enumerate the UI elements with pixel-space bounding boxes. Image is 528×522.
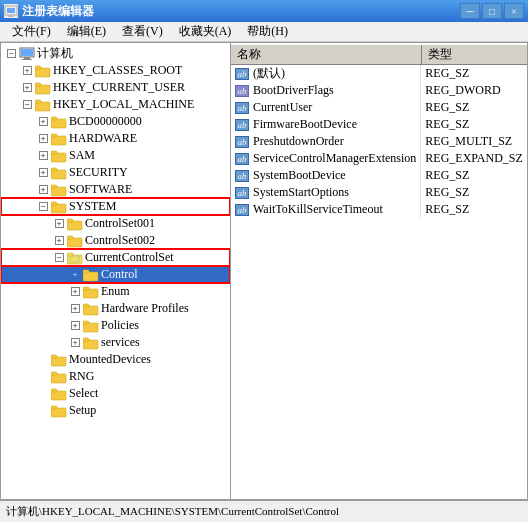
tree-node-security[interactable]: + SECURITY bbox=[1, 164, 230, 181]
value-type-icon: ab bbox=[235, 153, 249, 165]
node-label-select: Select bbox=[69, 385, 98, 402]
table-row[interactable]: ab(默认)REG_SZ bbox=[231, 65, 527, 83]
window-controls: ─ □ × bbox=[460, 3, 524, 19]
expander-services[interactable]: + bbox=[67, 334, 83, 351]
tree-node-services[interactable]: + services bbox=[1, 334, 230, 351]
node-label-control: Control bbox=[101, 266, 138, 283]
tree-node-hkcr[interactable]: + HKEY_CLASSES_ROOT bbox=[1, 62, 230, 79]
svg-rect-25 bbox=[67, 221, 82, 230]
expander-select[interactable] bbox=[35, 385, 51, 402]
value-name: ab(默认) bbox=[231, 65, 421, 82]
node-label-hkcu: HKEY_CURRENT_USER bbox=[53, 79, 185, 96]
tree-node-system[interactable]: − SYSTEM bbox=[1, 198, 230, 215]
node-label-sam: SAM bbox=[69, 147, 95, 164]
expander-setup[interactable] bbox=[35, 402, 51, 419]
svg-rect-16 bbox=[51, 134, 57, 137]
value-type: REG_SZ bbox=[421, 116, 527, 133]
table-row[interactable]: abSystemStartOptionsREG_SZ bbox=[231, 184, 527, 201]
svg-rect-42 bbox=[51, 357, 66, 366]
tree-node-control[interactable]: + Control bbox=[1, 266, 230, 283]
expander-policies[interactable]: + bbox=[67, 317, 83, 334]
folder-icon-enum bbox=[83, 284, 99, 300]
menu-help[interactable]: 帮助(H) bbox=[239, 21, 296, 42]
maximize-button[interactable]: □ bbox=[482, 3, 502, 19]
folder-icon-rng bbox=[51, 369, 67, 385]
value-name: abServiceControlManagerExtension bbox=[231, 150, 421, 167]
tree-node-rng[interactable]: RNG bbox=[1, 368, 230, 385]
node-label-security: SECURITY bbox=[69, 164, 128, 181]
expander-hkcu[interactable]: + bbox=[19, 79, 35, 96]
table-row[interactable]: abServiceControlManagerExtensionREG_EXPA… bbox=[231, 150, 527, 167]
tree-node-hardwareprofiles[interactable]: + Hardware Profiles bbox=[1, 300, 230, 317]
expander-mounteddevices[interactable] bbox=[35, 351, 51, 368]
table-row[interactable]: abCurrentUserREG_SZ bbox=[231, 99, 527, 116]
expander-hardware[interactable]: + bbox=[35, 130, 51, 147]
tree-node-controlset002[interactable]: + ControlSet002 bbox=[1, 232, 230, 249]
expander-currentcontrolset[interactable]: − bbox=[51, 249, 67, 266]
svg-rect-1 bbox=[7, 8, 15, 13]
menu-bar: 文件(F) 编辑(E) 查看(V) 收藏夹(A) 帮助(H) bbox=[0, 22, 528, 42]
expander-security[interactable]: + bbox=[35, 164, 51, 181]
svg-rect-24 bbox=[51, 202, 57, 205]
expander-controlset001[interactable]: + bbox=[51, 215, 67, 232]
expander-hardwareprofiles[interactable]: + bbox=[67, 300, 83, 317]
table-row[interactable]: abWaitToKillServiceTimeoutREG_SZ bbox=[231, 201, 527, 218]
node-label-hardware: HARDWARE bbox=[69, 130, 137, 147]
expander-sam[interactable]: + bbox=[35, 147, 51, 164]
expander-hklm[interactable]: − bbox=[19, 96, 35, 113]
expander-bcd[interactable]: + bbox=[35, 113, 51, 130]
table-row[interactable]: abPreshutdownOrderREG_MULTI_SZ bbox=[231, 133, 527, 150]
close-button[interactable]: × bbox=[504, 3, 524, 19]
tree-node-hkcu[interactable]: + HKEY_CURRENT_USER bbox=[1, 79, 230, 96]
tree-node-bcd[interactable]: + BCD00000000 bbox=[1, 113, 230, 130]
minimize-button[interactable]: ─ bbox=[460, 3, 480, 19]
expander-rng[interactable] bbox=[35, 368, 51, 385]
tree-node-hardware[interactable]: + HARDWARE bbox=[1, 130, 230, 147]
svg-rect-37 bbox=[83, 304, 89, 307]
tree-node-select[interactable]: Select bbox=[1, 385, 230, 402]
expander-enum[interactable]: + bbox=[67, 283, 83, 300]
folder-icon-setup bbox=[51, 403, 67, 419]
svg-rect-47 bbox=[51, 389, 57, 392]
menu-favorites[interactable]: 收藏夹(A) bbox=[171, 21, 240, 42]
node-label-rng: RNG bbox=[69, 368, 94, 385]
folder-icon-sam bbox=[51, 148, 67, 164]
expander-hkcr[interactable]: + bbox=[19, 62, 35, 79]
expander-control[interactable]: + bbox=[67, 266, 83, 283]
registry-values[interactable]: 名称 类型 数据 ab(默认)REG_SZabBootDriverFlagsRE… bbox=[231, 43, 527, 499]
tree-node-computer[interactable]: − 计算机 bbox=[1, 45, 230, 62]
table-row[interactable]: abFirmwareBootDeviceREG_SZ bbox=[231, 116, 527, 133]
tree-node-setup[interactable]: Setup bbox=[1, 402, 230, 419]
value-name-text: CurrentUser bbox=[253, 100, 312, 115]
svg-rect-2 bbox=[8, 15, 14, 17]
expander-software[interactable]: + bbox=[35, 181, 51, 198]
menu-file[interactable]: 文件(F) bbox=[4, 21, 59, 42]
tree-node-controlset001[interactable]: + ControlSet001 bbox=[1, 215, 230, 232]
table-row[interactable]: abSystemBootDeviceREG_SZ bbox=[231, 167, 527, 184]
menu-edit[interactable]: 编辑(E) bbox=[59, 21, 114, 42]
value-name-text: ServiceControlManagerExtension bbox=[253, 151, 416, 166]
value-name: abPreshutdownOrder bbox=[231, 133, 421, 150]
expander-system[interactable]: − bbox=[35, 198, 51, 215]
tree-node-currentcontrolset[interactable]: − CurrentControlSet bbox=[1, 249, 230, 266]
svg-rect-46 bbox=[51, 391, 66, 400]
value-name-text: PreshutdownOrder bbox=[253, 134, 344, 149]
registry-tree[interactable]: − 计算机 + bbox=[1, 43, 231, 499]
node-label-enum: Enum bbox=[101, 283, 130, 300]
tree-node-sam[interactable]: + SAM bbox=[1, 147, 230, 164]
tree-node-enum[interactable]: + Enum bbox=[1, 283, 230, 300]
table-row[interactable]: abBootDriverFlagsREG_DWORD0x00000014 (20… bbox=[231, 82, 527, 99]
tree-node-software[interactable]: + SOFTWARE bbox=[1, 181, 230, 198]
expander-controlset002[interactable]: + bbox=[51, 232, 67, 249]
svg-rect-26 bbox=[67, 219, 73, 222]
svg-rect-29 bbox=[67, 255, 82, 264]
svg-rect-34 bbox=[83, 289, 98, 298]
tree-node-mounteddevices[interactable]: MountedDevices bbox=[1, 351, 230, 368]
tree-node-hklm[interactable]: − HKEY_LOCAL_MACHINE bbox=[1, 96, 230, 113]
folder-icon-hkcu bbox=[35, 80, 51, 96]
folder-icon-controlset001 bbox=[67, 216, 83, 232]
menu-view[interactable]: 查看(V) bbox=[114, 21, 171, 42]
expander-computer[interactable]: − bbox=[3, 45, 19, 62]
tree-node-policies[interactable]: + Policies bbox=[1, 317, 230, 334]
value-name: abBootDriverFlags bbox=[231, 82, 421, 99]
